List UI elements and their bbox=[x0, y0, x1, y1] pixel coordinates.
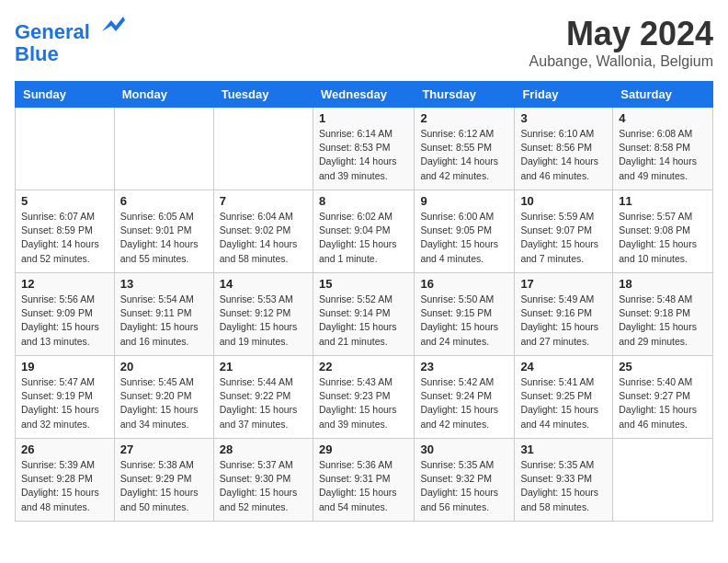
calendar-week-5: 26Sunrise: 5:39 AMSunset: 9:28 PMDayligh… bbox=[16, 439, 713, 522]
day-number: 15 bbox=[319, 277, 408, 291]
day-number: 1 bbox=[319, 111, 408, 125]
day-number: 10 bbox=[520, 194, 607, 208]
day-info: Sunrise: 5:36 AMSunset: 9:31 PMDaylight:… bbox=[319, 458, 408, 514]
day-number: 11 bbox=[619, 194, 707, 208]
logo-general: General bbox=[15, 20, 90, 43]
day-number: 27 bbox=[120, 442, 208, 456]
day-info: Sunrise: 6:02 AMSunset: 9:04 PMDaylight:… bbox=[319, 210, 408, 266]
calendar-header-row: SundayMondayTuesdayWednesdayThursdayFrid… bbox=[16, 82, 713, 108]
calendar-cell bbox=[613, 439, 713, 522]
calendar-cell: 11Sunrise: 5:57 AMSunset: 9:08 PMDayligh… bbox=[613, 190, 713, 273]
header-tuesday: Tuesday bbox=[213, 82, 313, 108]
calendar-cell: 19Sunrise: 5:47 AMSunset: 9:19 PMDayligh… bbox=[16, 356, 115, 439]
day-info: Sunrise: 5:49 AMSunset: 9:16 PMDaylight:… bbox=[520, 293, 607, 349]
calendar-cell: 26Sunrise: 5:39 AMSunset: 9:28 PMDayligh… bbox=[16, 439, 115, 522]
day-number: 13 bbox=[120, 277, 208, 291]
day-number: 28 bbox=[220, 442, 307, 456]
day-number: 5 bbox=[21, 194, 108, 208]
day-info: Sunrise: 5:41 AMSunset: 9:25 PMDaylight:… bbox=[520, 375, 607, 431]
header-monday: Monday bbox=[114, 82, 213, 108]
header-thursday: Thursday bbox=[415, 82, 515, 108]
calendar-cell: 6Sunrise: 6:05 AMSunset: 9:01 PMDaylight… bbox=[114, 190, 213, 273]
calendar-week-2: 5Sunrise: 6:07 AMSunset: 8:59 PMDaylight… bbox=[16, 190, 713, 273]
day-info: Sunrise: 5:56 AMSunset: 9:09 PMDaylight:… bbox=[21, 293, 108, 349]
day-number: 14 bbox=[220, 277, 307, 291]
day-info: Sunrise: 5:45 AMSunset: 9:20 PMDaylight:… bbox=[120, 375, 208, 431]
day-number: 18 bbox=[619, 277, 707, 291]
day-number: 26 bbox=[21, 442, 108, 456]
calendar-cell: 12Sunrise: 5:56 AMSunset: 9:09 PMDayligh… bbox=[16, 273, 115, 356]
day-info: Sunrise: 6:12 AMSunset: 8:55 PMDaylight:… bbox=[420, 127, 508, 183]
day-info: Sunrise: 6:10 AMSunset: 8:56 PMDaylight:… bbox=[520, 127, 607, 183]
day-number: 19 bbox=[21, 360, 108, 373]
calendar-cell: 20Sunrise: 5:45 AMSunset: 9:20 PMDayligh… bbox=[114, 356, 213, 439]
page-header: General Blue May 2024 Aubange, Wallonia,… bbox=[15, 15, 713, 70]
day-number: 23 bbox=[420, 360, 508, 373]
day-info: Sunrise: 5:35 AMSunset: 9:33 PMDaylight:… bbox=[520, 458, 607, 514]
day-number: 2 bbox=[420, 111, 508, 125]
calendar-cell: 13Sunrise: 5:54 AMSunset: 9:11 PMDayligh… bbox=[114, 273, 213, 356]
day-info: Sunrise: 6:07 AMSunset: 8:59 PMDaylight:… bbox=[21, 210, 108, 266]
svg-marker-0 bbox=[102, 17, 125, 31]
day-info: Sunrise: 5:37 AMSunset: 9:30 PMDaylight:… bbox=[220, 458, 307, 514]
day-info: Sunrise: 5:44 AMSunset: 9:22 PMDaylight:… bbox=[220, 375, 307, 431]
day-info: Sunrise: 5:42 AMSunset: 9:24 PMDaylight:… bbox=[420, 375, 508, 431]
calendar-cell: 16Sunrise: 5:50 AMSunset: 9:15 PMDayligh… bbox=[415, 273, 515, 356]
day-number: 7 bbox=[220, 194, 307, 208]
logo-bird-icon bbox=[97, 13, 125, 39]
calendar-cell: 18Sunrise: 5:48 AMSunset: 9:18 PMDayligh… bbox=[613, 273, 713, 356]
day-number: 31 bbox=[520, 442, 607, 456]
day-number: 9 bbox=[420, 194, 508, 208]
day-info: Sunrise: 5:53 AMSunset: 9:12 PMDaylight:… bbox=[220, 293, 307, 349]
calendar-cell: 9Sunrise: 6:00 AMSunset: 9:05 PMDaylight… bbox=[415, 190, 515, 273]
header-wednesday: Wednesday bbox=[313, 82, 414, 108]
day-number: 8 bbox=[319, 194, 408, 208]
day-info: Sunrise: 5:39 AMSunset: 9:28 PMDaylight:… bbox=[21, 458, 108, 514]
logo: General Blue bbox=[15, 15, 125, 65]
calendar-cell: 5Sunrise: 6:07 AMSunset: 8:59 PMDaylight… bbox=[16, 190, 115, 273]
day-number: 6 bbox=[120, 194, 208, 208]
day-info: Sunrise: 5:48 AMSunset: 9:18 PMDaylight:… bbox=[619, 293, 707, 349]
day-info: Sunrise: 5:59 AMSunset: 9:07 PMDaylight:… bbox=[520, 210, 607, 266]
title-block: May 2024 Aubange, Wallonia, Belgium bbox=[529, 15, 713, 70]
calendar-cell: 8Sunrise: 6:02 AMSunset: 9:04 PMDaylight… bbox=[313, 190, 414, 273]
day-info: Sunrise: 5:52 AMSunset: 9:14 PMDaylight:… bbox=[319, 293, 408, 349]
calendar-week-4: 19Sunrise: 5:47 AMSunset: 9:19 PMDayligh… bbox=[16, 356, 713, 439]
calendar-cell: 14Sunrise: 5:53 AMSunset: 9:12 PMDayligh… bbox=[213, 273, 313, 356]
calendar-cell: 22Sunrise: 5:43 AMSunset: 9:23 PMDayligh… bbox=[313, 356, 414, 439]
day-info: Sunrise: 5:40 AMSunset: 9:27 PMDaylight:… bbox=[619, 375, 707, 431]
day-number: 30 bbox=[420, 442, 508, 456]
day-info: Sunrise: 5:43 AMSunset: 9:23 PMDaylight:… bbox=[319, 375, 408, 431]
header-sunday: Sunday bbox=[16, 82, 115, 108]
calendar-cell bbox=[16, 108, 115, 190]
day-number: 25 bbox=[619, 360, 707, 373]
day-number: 20 bbox=[120, 360, 208, 373]
calendar-cell: 23Sunrise: 5:42 AMSunset: 9:24 PMDayligh… bbox=[415, 356, 515, 439]
calendar-cell bbox=[213, 108, 313, 190]
calendar-cell: 30Sunrise: 5:35 AMSunset: 9:32 PMDayligh… bbox=[415, 439, 515, 522]
day-number: 17 bbox=[520, 277, 607, 291]
day-info: Sunrise: 6:14 AMSunset: 8:53 PMDaylight:… bbox=[319, 127, 408, 183]
day-info: Sunrise: 6:05 AMSunset: 9:01 PMDaylight:… bbox=[120, 210, 208, 266]
calendar-cell: 29Sunrise: 5:36 AMSunset: 9:31 PMDayligh… bbox=[313, 439, 414, 522]
day-info: Sunrise: 5:50 AMSunset: 9:15 PMDaylight:… bbox=[420, 293, 508, 349]
calendar-cell: 3Sunrise: 6:10 AMSunset: 8:56 PMDaylight… bbox=[515, 108, 613, 190]
calendar-cell bbox=[114, 108, 213, 190]
calendar-cell: 27Sunrise: 5:38 AMSunset: 9:29 PMDayligh… bbox=[114, 439, 213, 522]
calendar-cell: 1Sunrise: 6:14 AMSunset: 8:53 PMDaylight… bbox=[313, 108, 414, 190]
calendar-table: SundayMondayTuesdayWednesdayThursdayFrid… bbox=[15, 81, 713, 522]
calendar-week-3: 12Sunrise: 5:56 AMSunset: 9:09 PMDayligh… bbox=[16, 273, 713, 356]
calendar-cell: 2Sunrise: 6:12 AMSunset: 8:55 PMDaylight… bbox=[415, 108, 515, 190]
header-friday: Friday bbox=[515, 82, 613, 108]
header-saturday: Saturday bbox=[613, 82, 713, 108]
day-number: 4 bbox=[619, 111, 707, 125]
day-number: 12 bbox=[21, 277, 108, 291]
calendar-cell: 4Sunrise: 6:08 AMSunset: 8:58 PMDaylight… bbox=[613, 108, 713, 190]
calendar-cell: 24Sunrise: 5:41 AMSunset: 9:25 PMDayligh… bbox=[515, 356, 613, 439]
day-info: Sunrise: 6:08 AMSunset: 8:58 PMDaylight:… bbox=[619, 127, 707, 183]
day-number: 29 bbox=[319, 442, 408, 456]
day-info: Sunrise: 5:38 AMSunset: 9:29 PMDaylight:… bbox=[120, 458, 208, 514]
calendar-cell: 31Sunrise: 5:35 AMSunset: 9:33 PMDayligh… bbox=[515, 439, 613, 522]
calendar-cell: 7Sunrise: 6:04 AMSunset: 9:02 PMDaylight… bbox=[213, 190, 313, 273]
day-info: Sunrise: 6:00 AMSunset: 9:05 PMDaylight:… bbox=[420, 210, 508, 266]
